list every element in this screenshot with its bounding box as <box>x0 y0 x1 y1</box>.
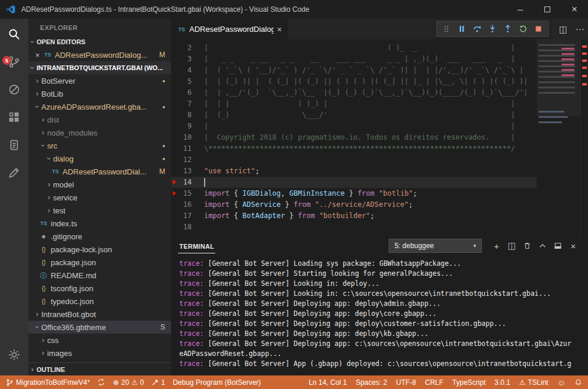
cursor-caret <box>204 178 205 187</box>
problems-item[interactable]: ⊗ 20 ⚠ 0 <box>113 378 144 387</box>
tree-item-service[interactable]: ›service <box>28 191 171 204</box>
tree-item-tsconfig-json[interactable]: {}tsconfig.json <box>28 282 171 295</box>
settings-gear-icon[interactable] <box>0 341 28 368</box>
code-line[interactable]: import { IGBDialog, GBMinInstance } from… <box>204 188 537 199</box>
search-icon[interactable] <box>0 20 28 48</box>
outline-header[interactable]: › OUTLINE <box>28 362 171 375</box>
source-control-icon[interactable]: 5 <box>0 48 28 75</box>
close-tab-icon[interactable]: × <box>277 25 282 34</box>
tree-item-azureadpasswordreset-gba[interactable]: ›AzureADPasswordReset.gba...● <box>28 100 171 113</box>
chevron-right-icon: › <box>28 365 37 374</box>
tree-item-package-lock-json[interactable]: {}package-lock.json <box>28 243 171 256</box>
code-line[interactable]: | ( )_ _ | <box>204 42 537 54</box>
minimize-button[interactable]: ─ <box>507 0 534 19</box>
extensions-icon[interactable] <box>0 103 28 131</box>
cursor-position-item[interactable]: Ln 14, Col 1 <box>308 378 347 387</box>
minimap[interactable] <box>537 39 580 236</box>
sync-icon[interactable] <box>97 378 105 386</box>
tree-item-index-ts[interactable]: TSindex.ts <box>28 217 171 230</box>
notifications-bell-icon[interactable] <box>574 378 582 387</box>
encoding-item[interactable]: UTF-8 <box>396 378 416 387</box>
indentation-item[interactable]: Spaces: 2 <box>356 378 387 387</box>
tree-item-dialog[interactable]: ›dialog● <box>28 152 171 165</box>
step-out-icon[interactable] <box>500 22 515 36</box>
open-editors-header[interactable]: › OPEN EDITORS <box>28 35 171 48</box>
tree-item-css[interactable]: ›css <box>28 334 171 347</box>
chevron-right-icon: › <box>33 90 41 98</box>
terminal-instance-select[interactable]: 5: debuggee ▼ <box>389 239 482 253</box>
split-terminal-icon[interactable]: ◫ <box>504 238 520 253</box>
tree-item-test[interactable]: ›test <box>28 204 171 217</box>
code-line[interactable]: | | <box>204 121 537 132</box>
code-line[interactable]: | ( '_`\ ( '__)/'_` ) /'_ `\/' _ ` _ `\ … <box>204 65 537 76</box>
tasks-item[interactable]: 1 <box>152 378 165 387</box>
tab-adresetpassworddialogs[interactable]: TS ADResetPasswordDialogs.ts × <box>171 19 288 39</box>
editor[interactable]: 23456789101112131415161718 | ( )_ _ || _… <box>171 39 588 236</box>
more-actions-icon[interactable]: ⋯ <box>571 19 588 39</box>
tree-item-readme-md[interactable]: iREADME.md <box>28 269 171 282</box>
tree-item-images[interactable]: ›images <box>28 347 171 360</box>
code-line[interactable]: | | ,__/'(_) `\__,_)`\__ |(_) (_) (_)`\_… <box>204 87 537 98</box>
close-button[interactable]: × <box>561 0 588 19</box>
step-into-icon[interactable] <box>485 22 500 36</box>
documents-icon[interactable] <box>0 131 28 159</box>
tree-item-botserver[interactable]: ›BotServer● <box>28 74 171 87</box>
tree-item-model[interactable]: ›model <box>28 178 171 191</box>
tree-item-src[interactable]: ›src● <box>28 139 171 152</box>
new-terminal-icon[interactable]: + <box>489 238 504 253</box>
code-line[interactable] <box>204 222 537 233</box>
code-line[interactable]: | _ _ _ __ _ _ __ ___ ___ _ _ | ,_)(_) _… <box>204 54 537 65</box>
tree-item-package-json[interactable]: {}package.json <box>28 256 171 269</box>
edit-icon[interactable] <box>0 159 28 186</box>
ts-version-item[interactable]: 3.0.1 <box>495 378 511 387</box>
code-line[interactable]: "use strict"; <box>204 166 537 177</box>
tree-item-botlib[interactable]: ›BotLib <box>28 87 171 100</box>
code-line[interactable] <box>204 177 537 188</box>
overview-ruler[interactable] <box>580 39 588 236</box>
tree-item-office365-gbtheme[interactable]: ›Office365.gbthemeS <box>28 321 171 334</box>
tree-item-gitignore[interactable]: ◆.gitignore <box>28 230 171 243</box>
code-line[interactable]: | | (_) )| | ( (_| |( (_) || ( ) ( ) |( … <box>204 76 537 87</box>
git-branch-item[interactable]: MigrationToBotFmwV4* <box>6 378 90 387</box>
chevron-right-icon: › <box>45 206 53 215</box>
tree-item-node-modules[interactable]: ›node_modules <box>28 126 171 139</box>
workspace-section-header[interactable]: › INTRANETBOTQUICKSTART.GBAI (WO... <box>28 61 171 74</box>
restart-icon[interactable] <box>515 22 531 36</box>
close-panel-icon[interactable]: × <box>566 238 581 253</box>
code-line[interactable]: | | | ( )_) | | <box>204 98 537 110</box>
tree-item-intranetbot-gbot[interactable]: ›IntranetBot.gbot <box>28 308 171 321</box>
terminal-tab[interactable]: TERMINAL <box>178 239 215 253</box>
gitignore-file-icon: ◆ <box>39 233 48 239</box>
kill-terminal-icon[interactable] <box>520 238 535 253</box>
tslint-item[interactable]: ⚠ TSLint <box>519 378 548 387</box>
pause-icon[interactable] <box>454 22 469 36</box>
toggle-panel-icon[interactable] <box>550 238 566 253</box>
ruler-mark <box>582 60 587 62</box>
language-item[interactable]: TypeScript <box>452 378 486 387</box>
editor-code[interactable]: | ( )_ _ || _ _ _ __ _ _ __ ___ ___ _ _ … <box>204 39 537 236</box>
stop-icon[interactable] <box>531 22 546 36</box>
code-line[interactable]: \***************************************… <box>204 143 537 154</box>
code-line[interactable]: | Copyright 2018 (c) pragmatismo.io. Tod… <box>204 132 537 143</box>
step-over-icon[interactable] <box>469 22 485 36</box>
code-line[interactable]: | (_) \___/' | <box>204 110 537 121</box>
split-editor-icon[interactable]: ◫ <box>555 19 571 39</box>
terminal-line: trace: [General Bot Server] Looking in: … <box>179 289 580 299</box>
tree-item-adresetpassworddial[interactable]: TSADResetPasswordDial...M <box>28 165 171 178</box>
open-editor-item[interactable]: × TS ADResetPasswordDialog... M <box>28 48 171 61</box>
code-line[interactable] <box>204 154 537 166</box>
debug-icon[interactable] <box>0 75 28 103</box>
eol-item[interactable]: CRLF <box>425 378 444 387</box>
close-icon[interactable]: × <box>33 51 42 60</box>
code-line[interactable]: import { BotAdapter } from "botbuilder"; <box>204 210 537 222</box>
terminal-output[interactable]: trace: [General Bot Server] Loading sys … <box>171 256 588 375</box>
tree-item-typedoc-json[interactable]: {}typedoc.json <box>28 295 171 308</box>
debug-program-item[interactable]: Debug Program (BotServer) <box>173 378 261 387</box>
maximize-panel-icon[interactable] <box>535 238 550 253</box>
feedback-smiley-icon[interactable]: ☺ <box>557 378 566 387</box>
code-line[interactable]: import { ADService } from "../service/AD… <box>204 199 537 210</box>
tree-item-label: .gitignore <box>51 232 82 241</box>
toolbar-grip-icon[interactable] <box>439 22 454 36</box>
tree-item-dist[interactable]: ›dist <box>28 113 171 126</box>
maximize-button[interactable] <box>534 0 561 19</box>
